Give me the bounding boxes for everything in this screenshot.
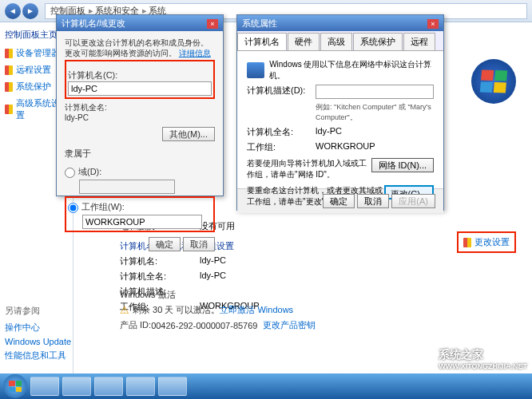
member-of-label: 隶属于 <box>65 148 215 160</box>
windows-update-link[interactable]: Windows Update <box>5 337 71 346</box>
cancel-button2[interactable]: 取消 <box>357 194 389 208</box>
cancel-button[interactable]: 取消 <box>183 237 215 251</box>
taskbar-item[interactable] <box>30 377 59 396</box>
shield-icon <box>463 238 471 247</box>
more-button[interactable]: 其他(M)... <box>162 127 215 141</box>
nav-forward-button[interactable]: ► <box>22 3 38 19</box>
desc-label: 计算机描述(D): <box>247 85 316 99</box>
ok-button[interactable]: 确定 <box>149 237 181 251</box>
apply-button[interactable]: 应用(A) <box>391 194 435 208</box>
fullname-value2: ldy-PC <box>316 126 342 138</box>
tab-computer-name[interactable]: 计算机名 <box>237 33 287 50</box>
close-icon[interactable]: × <box>427 19 439 29</box>
tab-advanced[interactable]: 高级 <box>320 33 352 50</box>
taskbar-item[interactable] <box>62 377 91 396</box>
shield-icon <box>5 105 13 114</box>
desc-hint: 例如: "Kitchen Computer" 或 "Mary's Compute… <box>316 102 434 123</box>
workgroup-radio[interactable]: 工作组(W): <box>68 201 212 213</box>
activation-section: Windows 激活 ⚠剩余 30 天 可以激活。 立即激活 Windows 产… <box>120 289 316 331</box>
windows-logo <box>471 59 516 104</box>
system-properties-dialog: 系统属性 × 计算机名 硬件 高级 系统保护 远程 Windows 使用以下信息… <box>236 14 444 211</box>
dialog2-title: 系统属性 <box>242 18 277 30</box>
wizard-text: 若要使用向导将计算机加入域或工作组，请单击"网络 ID"。 <box>247 158 371 180</box>
tab-remote[interactable]: 远程 <box>403 33 435 50</box>
tabs: 计算机名 硬件 高级 系统保护 远程 <box>237 31 443 51</box>
shield-icon <box>5 49 13 58</box>
activation-title: Windows 激活 <box>120 289 316 301</box>
network-id-button[interactable]: 网络 ID(N)... <box>371 158 435 172</box>
computer-name-label: 计算机名(C): <box>68 69 212 81</box>
tab-hardware[interactable]: 硬件 <box>288 33 320 50</box>
see-also-aside: 另请参阅 操作中心 Windows Update 性能信息和工具 <box>5 305 71 365</box>
domain-input <box>79 180 175 194</box>
nav-back-button[interactable]: ◄ <box>5 3 21 19</box>
ok-button2[interactable]: 确定 <box>323 194 355 208</box>
performance-info-link[interactable]: 性能信息和工具 <box>5 350 71 361</box>
change-product-key-link[interactable]: 更改产品密钥 <box>263 319 316 331</box>
fullname-label2: 计算机全名: <box>247 126 316 138</box>
taskbar[interactable] <box>0 373 532 399</box>
watermark: 系统之家 WWW.XITONGZHIJIA.NET <box>439 348 527 370</box>
fullname-value: ldy-PC <box>65 113 89 122</box>
taskbar-item[interactable] <box>158 377 187 396</box>
taskbar-item[interactable] <box>126 377 155 396</box>
computer-description-input[interactable] <box>316 85 434 99</box>
workgroup-label2: 工作组: <box>247 141 316 153</box>
computer-name-change-dialog: 计算机名/域更改 × 可以更改这台计算机的名称和成员身份。更改可能影响网络资源的… <box>56 14 224 196</box>
computer-icon <box>247 62 264 78</box>
computer-name-input[interactable] <box>68 81 212 96</box>
tab-system-protection[interactable]: 系统保护 <box>353 33 403 50</box>
dialog1-titlebar[interactable]: 计算机名/域更改 × <box>57 15 223 31</box>
shield-icon <box>5 65 13 75</box>
start-button[interactable] <box>3 374 27 398</box>
domain-radio[interactable]: 域(D): <box>65 166 215 178</box>
workgroup-input[interactable] <box>82 215 202 229</box>
change-settings-link[interactable]: 更改设置 <box>457 231 516 253</box>
action-center-link[interactable]: 操作中心 <box>5 322 71 334</box>
dialog1-description: 可以更改这台计算机的名称和成员身份。更改可能影响网络资源的访问。 详细信息 <box>65 38 215 58</box>
dialog1-title: 计算机名/域更改 <box>62 18 125 30</box>
activate-now-link[interactable]: 立即激活 Windows <box>220 304 293 316</box>
close-icon[interactable]: × <box>207 19 218 29</box>
control-panel-window: ◄ ► 控制面板▸ 系统和安全▸ 系统 控制面板主页 设备管理器 远程设置 系统… <box>0 0 532 399</box>
workgroup-value2: WORKGROUP <box>316 141 375 153</box>
fullname-label: 计算机全名: <box>65 103 107 112</box>
warning-icon: ⚠ <box>120 304 129 316</box>
taskbar-item[interactable] <box>94 377 123 396</box>
intro-text: Windows 使用以下信息在网络中标识这台计算机。 <box>269 59 434 81</box>
shield-icon <box>5 82 13 92</box>
dialog2-titlebar[interactable]: 系统属性 × <box>237 15 443 31</box>
details-link[interactable]: 详细信息 <box>179 49 211 57</box>
